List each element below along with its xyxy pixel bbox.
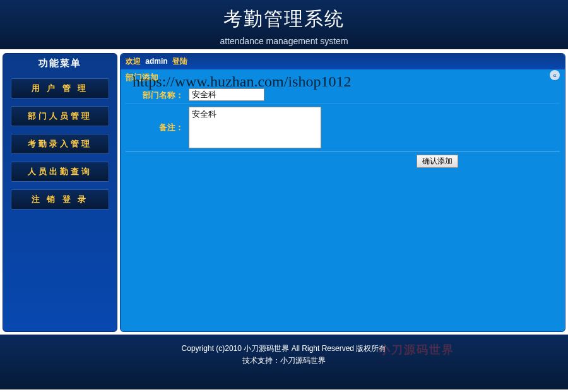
dept-form: 部门名称： 备注： 确认添加 xyxy=(121,86,565,170)
footer-watermark: 小刀源码世界 xyxy=(379,342,454,357)
welcome-username: admin xyxy=(143,57,170,66)
app-title: 考勤管理系统 xyxy=(0,6,568,32)
menu-item-attendance-query[interactable]: 人员出勤查询 xyxy=(11,162,109,182)
dept-name-label: 部门名称： xyxy=(126,88,189,101)
menu-item-user-mgmt[interactable]: 用 户 管 理 xyxy=(11,78,109,98)
main-panel: 欢迎 admin 登陆 部门添加 « 部门名称： 备注： 确认添加 xyxy=(120,53,565,332)
chevron-left-icon: « xyxy=(553,72,557,79)
submit-button[interactable]: 确认添加 xyxy=(417,155,458,168)
dept-remark-label: 备注： xyxy=(126,107,189,133)
dept-remark-textarea[interactable] xyxy=(189,107,321,148)
welcome-suffix: 登陆 xyxy=(172,57,187,66)
welcome-prefix: 欢迎 xyxy=(126,57,141,66)
dept-name-input[interactable] xyxy=(189,88,264,101)
menu-item-attendance-entry[interactable]: 考勤录入管理 xyxy=(11,134,109,154)
sidebar: 功能菜单 用 户 管 理 部门人员管理 考勤录入管理 人员出勤查询 注 销 登 … xyxy=(3,53,117,332)
app-subtitle: attendance management system xyxy=(0,36,568,46)
footer-copyright: Copyright (c)2010 小刀源码世界 All Right Reser… xyxy=(0,343,568,354)
footer-support: 技术支持：小刀源码世界 xyxy=(0,355,568,366)
sidebar-title: 功能菜单 xyxy=(11,54,109,78)
welcome-bar: 欢迎 admin 登陆 xyxy=(121,54,565,69)
form-row-name: 部门名称： xyxy=(126,86,560,104)
footer: Copyright (c)2010 小刀源码世界 All Right Reser… xyxy=(0,335,568,389)
submit-row: 确认添加 xyxy=(126,151,560,170)
app-header: 考勤管理系统 attendance management system xyxy=(0,0,568,50)
back-icon[interactable]: « xyxy=(550,70,560,80)
menu-item-dept-mgmt[interactable]: 部门人员管理 xyxy=(11,106,109,126)
menu-item-logout[interactable]: 注 销 登 录 xyxy=(11,189,109,210)
section-title: 部门添加 xyxy=(121,69,565,86)
form-row-remark: 备注： xyxy=(126,104,560,151)
body-area: 功能菜单 用 户 管 理 部门人员管理 考勤录入管理 人员出勤查询 注 销 登 … xyxy=(0,50,568,335)
